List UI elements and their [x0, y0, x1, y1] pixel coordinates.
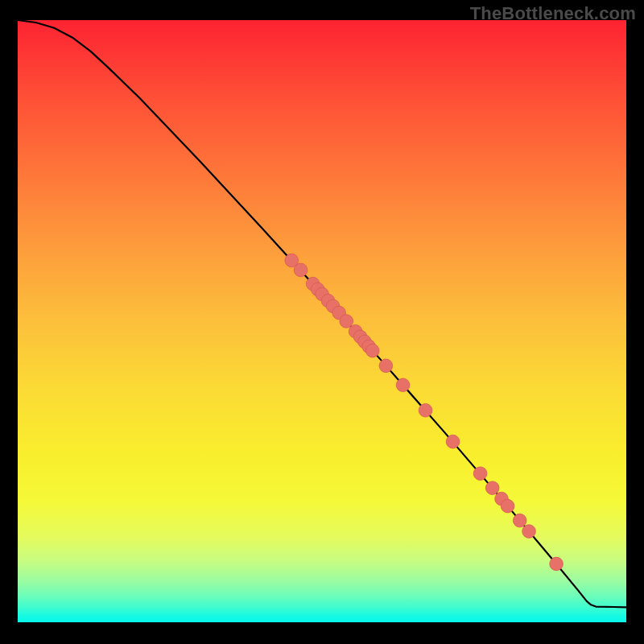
data-marker: [379, 359, 393, 373]
data-marker: [340, 315, 353, 328]
chart-frame: TheBottleneck.com: [0, 0, 644, 644]
data-marker: [550, 557, 564, 571]
data-marker: [446, 435, 460, 448]
data-marker: [396, 378, 410, 392]
watermark-label: TheBottleneck.com: [470, 3, 636, 24]
data-marker: [501, 499, 514, 513]
chart-svg: [18, 20, 626, 622]
data-marker: [294, 263, 308, 277]
plot-area: [18, 20, 626, 622]
markers-group: [285, 254, 564, 571]
data-marker: [473, 467, 487, 481]
data-marker: [485, 481, 499, 495]
data-marker: [513, 514, 526, 527]
data-marker: [365, 344, 379, 357]
curve-line: [18, 20, 626, 607]
data-marker: [419, 403, 432, 417]
data-marker: [522, 525, 536, 539]
